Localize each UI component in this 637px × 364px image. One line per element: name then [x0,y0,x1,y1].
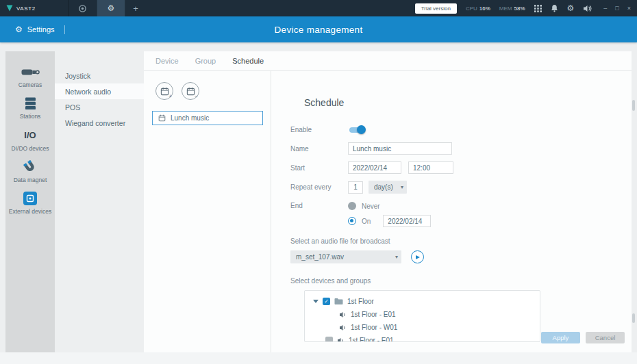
window-controls: – □ × [603,5,631,12]
mem-stat: MEM 58% [499,5,525,12]
cpu-value: 16% [479,5,490,12]
speaker-volume-icon[interactable] [583,5,592,12]
tree-row-device-clipped[interactable]: 1st Floor - E01 [305,334,540,342]
menu-item-joystick[interactable]: Joystick [55,68,144,83]
vast-logo-icon [6,5,13,12]
new-tab-button[interactable]: + [125,0,146,16]
liveview-camera-icon [78,4,87,13]
app-name: VAST2 [16,5,36,12]
calendar-icon [158,114,166,122]
io-icon-text: I/O [24,131,36,140]
footer-strip [0,352,637,364]
menu-item-wiegand-converter[interactable]: Wiegand converter [55,115,144,131]
audio-file-select[interactable]: m_set_107.wav ▾ [290,250,401,263]
tab-schedule[interactable]: Schedule [232,57,264,65]
sidebar-item-stations[interactable]: Stations [5,96,55,120]
device-type-menu: Joystick Network audio POS Wiegand conve… [55,51,144,352]
start-time-input[interactable] [408,161,453,174]
magnet-icon [23,160,38,174]
tree-row-device[interactable]: 1st Floor - W01 [305,321,540,334]
menu-item-label: POS [65,103,80,112]
speaker-icon [337,337,345,343]
main-panel: Device Group Schedule + [144,51,632,352]
apply-button[interactable]: Apply [541,332,580,343]
start-date-input[interactable] [348,161,401,174]
app-logo: VAST2 [6,5,60,12]
end-never-label: Never [362,203,380,210]
enable-row: Enable [290,123,632,135]
enable-toggle[interactable] [348,125,366,134]
content-area: Cameras Stations I/O DI/DO devices [0,42,637,352]
remove-schedule-button[interactable]: − [182,82,199,100]
end-on-option[interactable]: On [348,215,431,227]
schedule-form-title: Schedule [304,97,632,108]
repeat-count-input[interactable] [348,181,363,194]
audio-row: m_set_107.wav ▾ [290,250,632,263]
add-schedule-button[interactable]: + [155,82,173,100]
close-button[interactable]: × [627,5,631,12]
sidebar-item-cameras[interactable]: Cameras [5,65,55,88]
tab-device[interactable]: Device [155,57,179,65]
checkbox-unchecked[interactable] [325,337,333,342]
folder-icon [334,298,343,305]
scrollbar-thumb[interactable] [632,100,635,111]
tab-group[interactable]: Group [195,57,216,65]
trial-version-button[interactable]: Trial version [415,3,457,14]
repeat-row: Repeat every day(s) ▾ [290,181,632,194]
schedule-list-panel: + − [144,71,271,352]
tree-row-group[interactable]: ✓ 1st Floor [305,295,540,308]
menu-item-label: Wiegand converter [65,119,125,127]
settings-gear-icon[interactable]: ⚙ [567,4,575,12]
tab-liveview[interactable] [68,0,97,16]
mem-value: 58% [514,5,525,12]
cpu-stat: CPU 16% [466,5,490,12]
settings-label: Settings [27,25,55,34]
tree-device-label: 1st Floor - E01 [351,311,396,318]
calendar-icon [160,87,169,96]
notification-bell-icon[interactable] [551,4,558,12]
minus-icon: − [195,94,198,99]
checkbox-checked[interactable]: ✓ [323,298,330,305]
page-header: ⚙ Settings Device management [0,16,637,42]
settings-icon: ⚙ [15,25,23,34]
sidebar-label: External devices [9,209,51,215]
header-divider [64,25,65,34]
camera-icon [21,65,40,79]
speaker-icon [339,324,347,331]
sidebar-label: DI/DO devices [12,146,49,152]
devices-section-label: Select devices and groups [290,277,632,285]
repeat-unit-select[interactable]: day(s) ▾ [369,181,407,194]
sidebar-item-external-devices[interactable]: External devices [5,192,55,215]
tree-device-label: 1st Floor - E01 [349,337,394,342]
minimize-button[interactable]: – [603,5,607,12]
cancel-button[interactable]: Cancel [586,332,625,343]
apps-grid-icon[interactable] [534,5,542,12]
toggle-knob [357,125,366,134]
menu-item-pos[interactable]: POS [55,99,144,115]
end-on-label: On [362,218,371,225]
speaker-icon [339,311,347,318]
end-row: End Never On [290,200,632,227]
sidebar-item-data-magnet[interactable]: Data magnet [5,160,55,183]
menu-item-label: Network audio [65,88,111,96]
io-icon: I/O [24,129,36,142]
settings-breadcrumb[interactable]: ⚙ Settings [15,25,55,34]
play-audio-button[interactable] [411,250,424,263]
maximize-button[interactable]: □ [615,5,619,12]
sidebar-label: Stations [20,114,41,120]
titlebar: VAST2 ⚙ + Trial version CPU 16% MEM 58% [0,0,637,16]
page-title: Device management [0,25,637,35]
category-sidebar: Cameras Stations I/O DI/DO devices [5,51,55,352]
tree-device-label: 1st Floor - W01 [351,324,397,331]
end-never-option[interactable]: Never [348,200,431,211]
expand-arrow-icon[interactable] [313,300,318,303]
scrollbar-thumb[interactable] [632,313,635,323]
menu-item-network-audio[interactable]: Network audio [55,83,144,99]
sidebar-item-dido-devices[interactable]: I/O DI/DO devices [5,129,55,152]
name-input[interactable] [348,142,452,155]
end-date-input[interactable] [383,215,431,227]
tree-row-device[interactable]: 1st Floor - E01 [305,308,540,321]
app-window: VAST2 ⚙ + Trial version CPU 16% MEM 58% [0,0,637,364]
schedule-list-item-selected[interactable]: Lunch music [152,111,263,125]
tab-settings[interactable]: ⚙ [97,0,125,16]
